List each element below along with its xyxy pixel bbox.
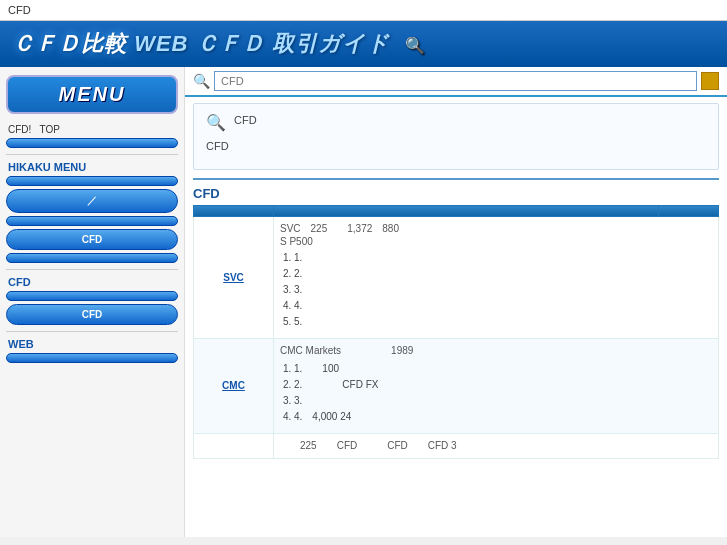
th-info [274,205,659,216]
info-row-1: 🔍 CFD [206,112,706,132]
info-line1: CFD [234,112,257,129]
sidebar-btn-8[interactable] [6,353,178,363]
layout: MENU CFD! TOP HIKAKU MENU ／ CFD CFD CFD … [0,67,727,537]
table-head [194,205,719,216]
info-row-2: CFD [206,138,706,155]
svc-feature-2: 2. [294,266,712,282]
sidebar-btn-5[interactable] [6,253,178,263]
svc-feature-4: 4. [294,298,712,314]
cmc-feature-4: 4. 4,000 24 [294,409,712,425]
th-broker [194,205,274,216]
svc-feature-5: 5. [294,314,712,330]
info-box: 🔍 CFD CFD [193,103,719,170]
svc-feature-3: 3. [294,282,712,298]
search-bar: 🔍 CFD [185,67,727,97]
web-section-label: WEB [8,338,176,350]
table-row: 225 CFD CFD CFD 3 [194,433,719,458]
sidebar-btn-7[interactable]: CFD [6,304,178,325]
broker-cell-svc: SVC [194,216,274,338]
cmc-feature-2: 2. CFD FX [294,377,712,393]
search-input[interactable]: CFD [214,71,697,91]
sidebar: MENU CFD! TOP HIKAKU MENU ／ CFD CFD CFD … [0,67,185,537]
divider-3 [6,331,178,332]
svc-feature-1: 1. [294,250,712,266]
svc-subtitle: S P500 [280,236,712,247]
top-bar-title: CFD [8,4,31,16]
broker-link-svc[interactable]: SVC [223,272,244,283]
cmc-tagline: CMC Markets 1989 [280,344,712,358]
broker-link-cmc[interactable]: CMC [222,380,245,391]
sidebar-btn-3[interactable] [6,216,178,226]
section-title: CFD [193,186,719,201]
cmc-feature-1: 1. 100 [294,361,712,377]
top-bar: CFD [0,0,727,21]
sidebar-btn-4[interactable]: CFD [6,229,178,250]
table-row: CMC CMC Markets 1989 1. 100 2. CFD FX 3.… [194,338,719,433]
sidebar-cfd-label: CFD! TOP [8,124,176,135]
divider-2 [6,269,178,270]
info-line2: CFD [206,138,229,155]
bottom-tagline: 225 CFD CFD CFD 3 [280,439,712,453]
broker-info-cmc: CMC Markets 1989 1. 100 2. CFD FX 3. 4. … [274,338,719,433]
broker-cell-empty [194,433,274,458]
menu-logo-text: MENU [59,83,126,105]
th-extra [659,205,719,216]
table-body: SVC SVC 225 1,372 880 S P500 1. 2. 3. 4.… [194,216,719,458]
hikaku-menu-label: HIKAKU MENU [8,161,176,173]
broker-cell-cmc: CMC [194,338,274,433]
sidebar-btn-6[interactable] [6,291,178,301]
section-divider [193,178,719,180]
sidebar-btn-top[interactable] [6,138,178,148]
sidebar-btn-1[interactable] [6,176,178,186]
divider-1 [6,154,178,155]
table-header-row [194,205,719,216]
table-row: SVC SVC 225 1,372 880 S P500 1. 2. 3. 4.… [194,216,719,338]
search-icon: 🔍 [193,73,210,89]
broker-info-svc: SVC 225 1,372 880 S P500 1. 2. 3. 4. 5. [274,216,719,338]
broker-info-bottom: 225 CFD CFD CFD 3 [274,433,719,458]
sidebar-btn-2[interactable]: ／ [6,189,178,213]
table-section: CFD SVC SVC 22 [193,186,719,459]
info-search-icon: 🔍 [206,113,226,132]
compare-table: SVC SVC 225 1,372 880 S P500 1. 2. 3. 4.… [193,205,719,459]
main-content: 🔍 CFD 🔍 CFD CFD CFD [185,67,727,537]
header-banner: ＣＦＤ比較 WEB ＣＦＤ 取引ガイド 🔍 [0,21,727,67]
cmc-features: 1. 100 2. CFD FX 3. 4. 4,000 24 [280,361,712,425]
cfd-section-label: CFD [8,276,176,288]
svc-tagline: SVC 225 1,372 880 [280,222,712,236]
cmc-feature-3: 3. [294,393,712,409]
search-submit-btn[interactable] [701,72,719,90]
banner-text: ＣＦＤ比較 WEB ＣＦＤ 取引ガイド 🔍 [12,29,426,59]
svc-features: 1. 2. 3. 4. 5. [280,250,712,330]
menu-logo: MENU [6,75,178,114]
